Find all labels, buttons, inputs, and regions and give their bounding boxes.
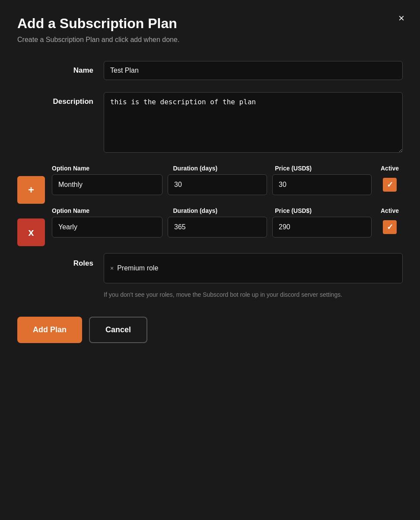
col-header-active-2: Active	[377, 207, 403, 214]
option-duration-input-2[interactable]	[168, 217, 267, 238]
col-header-duration-2: Duration (days)	[173, 207, 270, 214]
roles-hint: If you don't see your roles, move the Su…	[17, 290, 403, 299]
option-duration-input-1[interactable]	[168, 174, 267, 195]
active-checkbox-1[interactable]: ✓	[383, 178, 397, 192]
roles-section: Roles × Premium role	[17, 253, 403, 283]
description-field-group: Description this is the description of t…	[17, 92, 403, 153]
name-label: Name	[17, 61, 104, 75]
col-header-price: Price (USD$)	[275, 165, 372, 172]
option-price-input-1[interactable]	[272, 174, 372, 195]
name-field-group: Name	[17, 61, 403, 80]
close-button[interactable]: ×	[398, 13, 404, 23]
option-name-input-1[interactable]	[52, 174, 162, 195]
option-row-2: x Option Name Duration (days) Price (USD…	[17, 207, 403, 246]
option-name-input-2[interactable]	[52, 217, 162, 238]
role-name: Premium role	[117, 264, 158, 272]
col-header-active: Active	[377, 165, 403, 172]
active-checkbox-2[interactable]: ✓	[383, 220, 397, 234]
option-headers-1: Option Name Duration (days) Price (USD$)…	[52, 165, 403, 172]
option-headers-2: Option Name Duration (days) Price (USD$)…	[52, 207, 403, 214]
add-subscription-modal: × Add a Subscription Plan Create a Subsc…	[0, 0, 420, 520]
role-remove-icon[interactable]: ×	[110, 265, 114, 272]
col-header-duration: Duration (days)	[173, 165, 270, 172]
col-header-option-name-2: Option Name	[52, 207, 168, 214]
checkmark-icon-2: ✓	[387, 222, 393, 232]
option-inputs-2: ✓	[52, 217, 403, 238]
roles-label: Roles	[17, 253, 104, 268]
name-input[interactable]	[104, 61, 403, 80]
remove-option-button[interactable]: x	[17, 218, 45, 246]
roles-input-container[interactable]: × Premium role	[104, 253, 403, 283]
footer-buttons: Add Plan Cancel	[17, 317, 403, 343]
description-label: Description	[17, 92, 104, 106]
option-active-1: ✓	[377, 178, 403, 192]
add-plan-button[interactable]: Add Plan	[17, 317, 82, 343]
modal-title: Add a Subscription Plan	[17, 16, 403, 32]
add-option-button[interactable]: +	[17, 176, 45, 204]
checkmark-icon-1: ✓	[387, 180, 393, 189]
role-tag: × Premium role	[110, 264, 158, 272]
option-price-input-2[interactable]	[272, 217, 372, 238]
option-active-2: ✓	[377, 220, 403, 234]
col-header-option-name: Option Name	[52, 165, 168, 172]
option-fields-1: Option Name Duration (days) Price (USD$)…	[52, 165, 403, 195]
options-section: + Option Name Duration (days) Price (USD…	[17, 165, 403, 246]
col-header-price-2: Price (USD$)	[275, 207, 372, 214]
description-textarea[interactable]: this is the description of the plan	[104, 92, 403, 153]
option-inputs-1: ✓	[52, 174, 403, 195]
modal-subtitle: Create a Subscription Plan and click add…	[17, 36, 403, 44]
option-fields-2: Option Name Duration (days) Price (USD$)…	[52, 207, 403, 238]
option-row-1: + Option Name Duration (days) Price (USD…	[17, 165, 403, 204]
cancel-button[interactable]: Cancel	[89, 317, 147, 343]
